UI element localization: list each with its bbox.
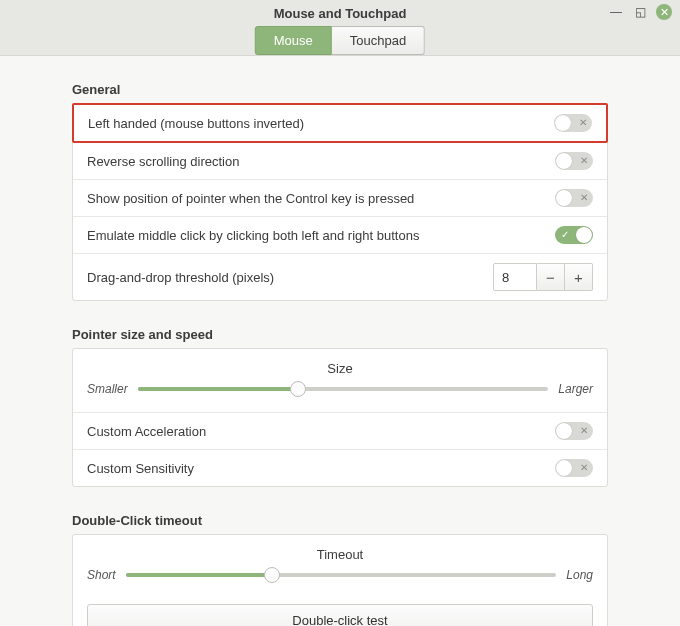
- row-custom-accel: Custom Acceleration ✕: [73, 412, 607, 449]
- size-slider[interactable]: [138, 387, 549, 391]
- toggle-show-pointer[interactable]: ✕: [555, 189, 593, 207]
- timeout-slider-min-label: Short: [87, 568, 116, 582]
- drag-threshold-input[interactable]: [493, 263, 537, 291]
- timeout-slider-max-label: Long: [566, 568, 593, 582]
- check-icon: ✓: [561, 230, 569, 240]
- panel-general: Left handed (mouse buttons inverted) ✕ R…: [72, 103, 608, 301]
- row-drag-threshold: Drag-and-drop threshold (pixels) − +: [73, 253, 607, 300]
- toggle-left-handed[interactable]: ✕: [554, 114, 592, 132]
- drag-threshold-decrement[interactable]: −: [537, 263, 565, 291]
- row-left-handed: Left handed (mouse buttons inverted) ✕: [72, 103, 608, 143]
- drag-threshold-increment[interactable]: +: [565, 263, 593, 291]
- x-icon: ✕: [579, 118, 587, 128]
- timeout-slider[interactable]: [126, 573, 557, 577]
- row-show-pointer: Show position of pointer when the Contro…: [73, 179, 607, 216]
- double-click-test-button[interactable]: Double-click test: [87, 604, 593, 626]
- x-icon: ✕: [580, 156, 588, 166]
- label-custom-accel: Custom Acceleration: [87, 424, 206, 439]
- maximize-button[interactable]: ◱: [632, 4, 648, 20]
- tab-bar: Mouse Touchpad: [255, 26, 425, 55]
- section-title-pointer: Pointer size and speed: [72, 327, 608, 342]
- row-emulate-middle: Emulate middle click by clicking both le…: [73, 216, 607, 253]
- label-drag-threshold: Drag-and-drop threshold (pixels): [87, 270, 274, 285]
- row-reverse-scroll: Reverse scrolling direction ✕: [73, 142, 607, 179]
- label-show-pointer: Show position of pointer when the Contro…: [87, 191, 414, 206]
- panel-pointer: Size Smaller Larger Custom Acceleration …: [72, 348, 608, 487]
- panel-doubleclick: Timeout Short Long Double-click test: [72, 534, 608, 626]
- spinner-drag-threshold: − +: [493, 263, 593, 291]
- minimize-button[interactable]: —: [608, 4, 624, 20]
- minus-icon: −: [546, 269, 555, 286]
- titlebar: Mouse and Touchpad — ◱ ✕ Mouse Touchpad: [0, 0, 680, 56]
- size-slider-max-label: Larger: [558, 382, 593, 396]
- toggle-reverse-scroll[interactable]: ✕: [555, 152, 593, 170]
- x-icon: ✕: [580, 463, 588, 473]
- toggle-custom-sens[interactable]: ✕: [555, 459, 593, 477]
- row-custom-sens: Custom Sensitivity ✕: [73, 449, 607, 486]
- label-left-handed: Left handed (mouse buttons inverted): [88, 116, 304, 131]
- toggle-custom-accel[interactable]: ✕: [555, 422, 593, 440]
- close-button[interactable]: ✕: [656, 4, 672, 20]
- size-slider-block: Size Smaller Larger: [73, 349, 607, 412]
- section-title-doubleclick: Double-Click timeout: [72, 513, 608, 528]
- toggle-emulate-middle[interactable]: ✓: [555, 226, 593, 244]
- size-slider-min-label: Smaller: [87, 382, 128, 396]
- x-icon: ✕: [580, 426, 588, 436]
- label-reverse-scroll: Reverse scrolling direction: [87, 154, 239, 169]
- label-custom-sens: Custom Sensitivity: [87, 461, 194, 476]
- timeout-slider-title: Timeout: [87, 547, 593, 562]
- timeout-slider-block: Timeout Short Long: [73, 535, 607, 598]
- window-title: Mouse and Touchpad: [0, 0, 680, 21]
- plus-icon: +: [574, 269, 583, 286]
- section-title-general: General: [72, 82, 608, 97]
- window-controls: — ◱ ✕: [608, 4, 672, 20]
- tab-mouse[interactable]: Mouse: [255, 26, 332, 55]
- content-area: General Left handed (mouse buttons inver…: [0, 56, 680, 626]
- label-emulate-middle: Emulate middle click by clicking both le…: [87, 228, 419, 243]
- size-slider-title: Size: [87, 361, 593, 376]
- x-icon: ✕: [580, 193, 588, 203]
- tab-touchpad[interactable]: Touchpad: [332, 26, 425, 55]
